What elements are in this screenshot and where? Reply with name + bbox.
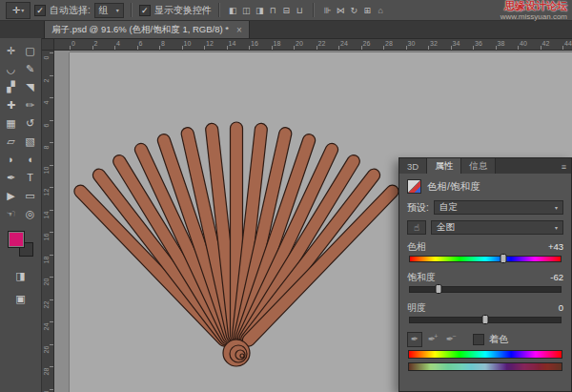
- ruler-label: 30: [43, 388, 50, 392]
- eyedropper-sample-icon[interactable]: ✒: [407, 332, 422, 347]
- ruler-label: 18: [274, 40, 281, 47]
- zoom-tool[interactable]: ◎: [21, 206, 40, 221]
- workspace-icon[interactable]: ⌂: [375, 4, 387, 17]
- slider-value[interactable]: 0: [535, 302, 563, 313]
- ruler-label: 14: [229, 40, 236, 47]
- ruler-tick: [182, 46, 183, 50]
- quick-selection-tool[interactable]: ✎: [21, 61, 40, 76]
- ruler-label: 28: [43, 365, 50, 378]
- dodge-tool[interactable]: ◖: [21, 152, 40, 167]
- hue-spectrum-adjusted: [408, 362, 562, 371]
- colorize-checkbox[interactable]: [473, 334, 484, 345]
- blur-tool[interactable]: ◗: [2, 152, 21, 167]
- align-bottom-icon[interactable]: ⊔: [294, 4, 306, 17]
- separator: [131, 3, 133, 17]
- screen-mode-button[interactable]: ▣: [15, 291, 25, 306]
- document-tab[interactable]: 扇子.psd @ 91.6% (色相/饱和度 1, RGB/8) * ×: [44, 21, 250, 38]
- eraser-tool[interactable]: ▱: [2, 134, 21, 149]
- slider-value[interactable]: +43: [535, 241, 563, 252]
- ruler-label: 12: [43, 186, 50, 198]
- align-top-icon[interactable]: ⊓: [267, 4, 279, 17]
- align-left-icon[interactable]: ◧: [227, 4, 239, 17]
- lasso-tool[interactable]: ◡: [2, 61, 21, 76]
- ruler-label: 14: [43, 209, 50, 221]
- arrange-icon[interactable]: ⊞: [361, 4, 374, 17]
- eyedropper-tool[interactable]: ◥: [21, 79, 40, 94]
- channel-select[interactable]: 全图 ▾: [431, 220, 563, 235]
- show-transform-checkbox[interactable]: ✓: [139, 5, 151, 16]
- slider-track[interactable]: [409, 256, 562, 262]
- distribute-v-icon[interactable]: ⋈: [335, 4, 347, 17]
- hand-tool[interactable]: ☜: [2, 206, 21, 221]
- preset-select[interactable]: 自定 ▾: [434, 200, 563, 215]
- preset-value: 自定: [439, 201, 458, 214]
- ruler-tick: [361, 46, 362, 50]
- ruler-tick: [317, 46, 317, 50]
- distribute-h-icon[interactable]: ⊪: [321, 4, 334, 17]
- toolbar-extras: ◨▣: [0, 268, 41, 306]
- ruler-label: 20: [43, 276, 50, 288]
- align-h-center-icon[interactable]: ◫: [240, 4, 253, 17]
- auto-select-dropdown[interactable]: 组 ▾: [94, 3, 124, 18]
- ruler-tick: [50, 277, 53, 278]
- ruler-tick: [92, 46, 93, 50]
- pen-tool[interactable]: ✒: [2, 170, 21, 185]
- gradient-tool[interactable]: ▧: [21, 134, 40, 149]
- panel-tab-信息[interactable]: 信息: [461, 158, 496, 174]
- ruler-horizontal[interactable]: 0246810121416182022242628303234363840424…: [42, 38, 572, 51]
- slider-label: 明度: [407, 301, 426, 315]
- type-tool[interactable]: T: [21, 170, 40, 185]
- ruler-label: 4: [116, 40, 120, 47]
- foreground-color-swatch[interactable]: [8, 231, 25, 248]
- align-v-center-icon[interactable]: ⊟: [280, 4, 293, 17]
- brush-tool[interactable]: ✏: [21, 97, 40, 113]
- ruler-vertical[interactable]: 024681012141618202224262830: [42, 51, 54, 392]
- ruler-label: 44: [564, 40, 572, 47]
- ruler-tick: [50, 142, 53, 143]
- ruler-label: 36: [475, 40, 482, 47]
- slider-thumb[interactable]: [482, 315, 489, 324]
- panel-menu-icon[interactable]: ≡: [562, 162, 571, 174]
- crop-tool[interactable]: ▞: [2, 79, 21, 94]
- move-tool[interactable]: ✛: [2, 43, 21, 58]
- panel-tabs: 3D属性信息≡: [398, 157, 572, 174]
- ruler-tick: [50, 210, 53, 211]
- ruler-label: 28: [385, 40, 393, 47]
- ruler-tick: [518, 46, 519, 50]
- eyedropper-subtract-icon[interactable]: ✒−: [443, 332, 459, 347]
- tool-preset-button[interactable]: ✛ ▾: [6, 2, 31, 19]
- healing-brush-tool[interactable]: ✚: [2, 97, 21, 113]
- eyedropper-add-icon[interactable]: ✒+: [425, 332, 440, 347]
- ruler-label: 2: [94, 40, 98, 47]
- panel-tab-3D[interactable]: 3D: [399, 158, 427, 174]
- properties-panel: 3D属性信息≡ 色相/饱和度 预设: 自定 ▾ ☝ 全图 ▾ 色相+43饱和: [398, 157, 572, 392]
- ruler-tick: [383, 46, 384, 50]
- ruler-label: 22: [43, 299, 50, 311]
- slider-track[interactable]: [409, 286, 562, 293]
- slider-track[interactable]: [409, 317, 562, 323]
- clone-stamp-tool[interactable]: ▦: [2, 115, 21, 131]
- ruler-label: 42: [542, 40, 550, 47]
- history-brush-tool[interactable]: ↺: [21, 115, 40, 131]
- ruler-label: 0: [43, 52, 50, 64]
- ruler-label: 22: [318, 40, 326, 47]
- slider-thumb[interactable]: [436, 284, 442, 294]
- targeted-adjustment-tool[interactable]: ☝: [407, 220, 426, 235]
- quick-mask-button[interactable]: ◨: [15, 268, 25, 283]
- panel-tab-属性[interactable]: 属性: [427, 158, 461, 174]
- slider-thumb[interactable]: [500, 254, 506, 263]
- rectangular-marquee-tool[interactable]: ▢: [21, 43, 40, 58]
- separator: [218, 3, 220, 17]
- ruler-label: 8: [43, 141, 50, 154]
- path-selection-tool[interactable]: ▶: [2, 188, 21, 203]
- ruler-tick: [338, 46, 339, 50]
- close-icon[interactable]: ×: [236, 25, 242, 35]
- auto-align-icon[interactable]: ↻: [348, 4, 360, 17]
- align-right-icon[interactable]: ◨: [254, 4, 266, 17]
- channel-row: ☝ 全图 ▾: [407, 220, 563, 235]
- slider-value[interactable]: -62: [535, 272, 563, 282]
- shape-tool[interactable]: ▭: [21, 188, 40, 203]
- auto-select-checkbox[interactable]: ✓: [34, 5, 46, 16]
- ruler-tick: [114, 46, 115, 50]
- slider-label: 色相: [407, 240, 426, 254]
